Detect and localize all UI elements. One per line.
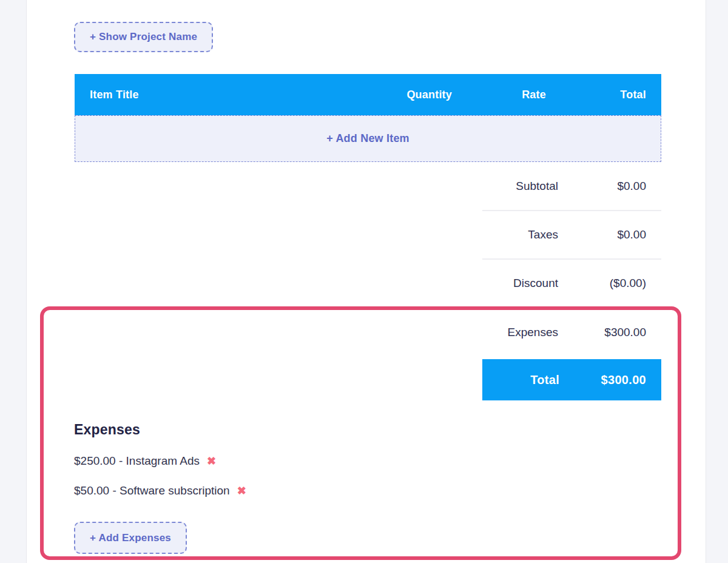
remove-expense-icon[interactable]: ✖	[237, 485, 246, 496]
summary-total-row: Total $300.00	[482, 359, 661, 400]
expense-item-text: $250.00 - Instagram Ads	[74, 454, 200, 468]
expenses-section-heading: Expenses	[74, 422, 140, 438]
subtotal-value: $0.00	[558, 180, 646, 193]
right-page-gutter	[706, 0, 728, 563]
column-header-rate: Rate	[452, 89, 546, 101]
subtotal-label: Subtotal	[482, 180, 558, 193]
invoice-items-table: Item Title Quantity Rate Total + Add New…	[75, 74, 661, 162]
taxes-label: Taxes	[482, 228, 558, 241]
discount-label: Discount	[482, 277, 558, 290]
summary-row-discount: Discount ($0.00)	[482, 260, 661, 308]
expenses-value: $300.00	[558, 326, 646, 339]
total-value: $300.00	[559, 373, 646, 387]
items-table-header: Item Title Quantity Rate Total	[75, 74, 661, 115]
summary-row-taxes: Taxes $0.00	[482, 211, 661, 260]
expense-item-text: $50.00 - Software subscription	[74, 484, 230, 497]
taxes-value: $0.00	[558, 228, 646, 241]
invoice-summary: Subtotal $0.00 Taxes $0.00 Discount ($0.…	[482, 163, 661, 400]
column-header-item-title: Item Title	[90, 89, 358, 101]
expense-list-item: $50.00 - Software subscription ✖	[74, 484, 246, 497]
add-expenses-button[interactable]: + Add Expenses	[74, 522, 187, 554]
left-page-gutter	[0, 0, 27, 563]
invoice-editor-card: + Show Project Name Item Title Quantity …	[27, 0, 706, 563]
discount-value: ($0.00)	[558, 277, 646, 290]
total-label: Total	[482, 373, 559, 387]
column-header-total: Total	[546, 89, 646, 101]
remove-expense-icon[interactable]: ✖	[207, 456, 216, 467]
expenses-label: Expenses	[482, 326, 558, 339]
summary-row-subtotal: Subtotal $0.00	[482, 163, 661, 211]
add-new-item-button[interactable]: + Add New Item	[75, 115, 661, 162]
show-project-name-button[interactable]: + Show Project Name	[74, 22, 213, 52]
summary-row-expenses: Expenses $300.00	[482, 308, 661, 357]
expense-list-item: $250.00 - Instagram Ads ✖	[74, 454, 216, 468]
column-header-quantity: Quantity	[358, 89, 452, 101]
